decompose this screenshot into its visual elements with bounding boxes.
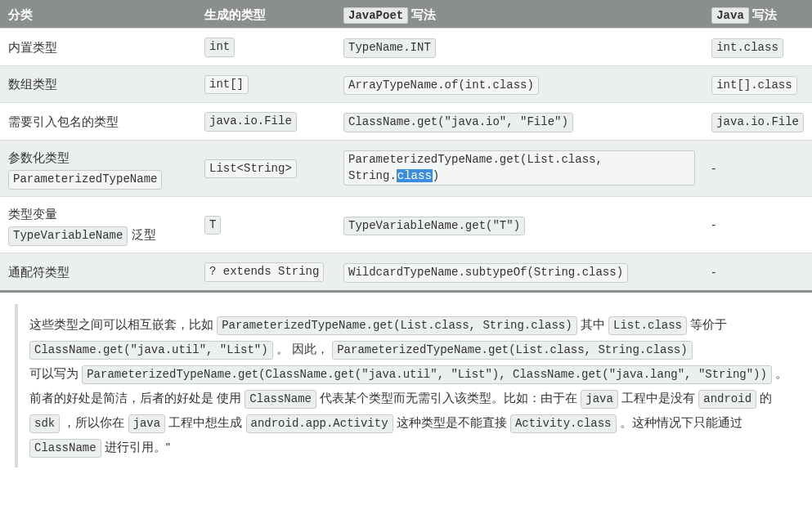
category-text: 内置类型 (8, 40, 57, 54)
category-text: 通配符类型 (8, 265, 70, 279)
table-row: 通配符类型? extends StringWildcardTypeName.su… (0, 253, 812, 291)
types-table: 分类 生成的类型 JavaPoet 写法 Java 写法 内置类型intType… (0, 0, 812, 293)
header-java-suffix: 写法 (752, 7, 777, 21)
table-row: 需要引入包名的类型java.io.FileClassName.get("java… (0, 103, 812, 141)
category-suffix: 泛型 (128, 227, 155, 241)
cell-javapoet: TypeVariableName.get("T") (335, 196, 703, 253)
javapoet-code: WildcardTypeName.subtypeOf(String.class) (343, 263, 628, 283)
cell-category: 参数化类型ParameterizedTypeName (0, 140, 196, 196)
generated-code: int (204, 38, 235, 57)
cell-java: java.io.File (703, 103, 812, 141)
cell-java: - (703, 253, 812, 291)
table-row: 内置类型intTypeName.INTint.class (0, 29, 812, 66)
note-text: 工程中是没有 (621, 391, 698, 405)
cell-generated: T (196, 196, 335, 253)
table-row: 数组类型int[]ArrayTypeName.of(int.class)int[… (0, 65, 812, 103)
note-text: 代表某个类型而无需引入该类型。比如：由于在 (320, 391, 581, 405)
category-code: TypeVariableName (8, 226, 128, 246)
generated-code: List<String> (204, 159, 297, 179)
cell-category: 类型变量TypeVariableName 泛型 (0, 196, 196, 253)
note-text: 等价于 (690, 317, 727, 331)
cell-generated: int (196, 29, 335, 66)
generated-code: ? extends String (204, 262, 324, 282)
note-code: List.class (608, 316, 687, 336)
javapoet-code: ParameterizedTypeName.get(List.class, St… (343, 150, 695, 186)
note-block: 这些类型之间可以相互嵌套，比如 ParameterizedTypeName.ge… (15, 304, 805, 468)
javapoet-code: TypeVariableName.get("T") (343, 217, 525, 236)
cell-category: 内置类型 (0, 29, 196, 66)
java-code: int[].class (711, 76, 796, 96)
note-code: android (698, 390, 756, 409)
generated-code: int[] (204, 75, 249, 95)
cell-generated: List<String> (196, 140, 335, 196)
category-text: 参数化类型 (8, 150, 70, 164)
note-code: sdk (29, 414, 60, 434)
header-generated: 生成的类型 (196, 2, 335, 29)
note-text: 。这种情况下只能通过 (620, 415, 742, 429)
table-header-row: 分类 生成的类型 JavaPoet 写法 Java 写法 (0, 2, 812, 29)
cell-category: 通配符类型 (0, 253, 196, 291)
generated-code: java.io.File (204, 112, 297, 132)
note-text: 这些类型之间可以相互嵌套，比如 (29, 317, 217, 331)
note-text: 。 因此， (276, 342, 329, 356)
category-text: 数组类型 (8, 77, 57, 91)
header-java-code: Java (711, 7, 749, 24)
note-code: ParameterizedTypeName.get(List.class, St… (217, 316, 576, 336)
cell-javapoet: TypeName.INT (335, 29, 703, 66)
note-code: ClassName (29, 439, 101, 459)
note-code: ClassName.get("java.util", "List") (29, 341, 273, 360)
cell-java: - (703, 140, 812, 196)
note-text: 这种类型是不能直接 (397, 415, 510, 429)
note-code: android.app.Activity (246, 414, 393, 434)
cell-javapoet: ClassName.get("java.io", "File") (335, 103, 703, 141)
header-java: Java 写法 (703, 2, 812, 29)
header-javapoet-suffix: 写法 (411, 7, 436, 21)
cell-java: - (703, 196, 812, 253)
note-code: java (581, 390, 618, 409)
note-text: 可以写为 (29, 366, 82, 380)
cell-category: 需要引入包名的类型 (0, 103, 196, 141)
header-javapoet: JavaPoet 写法 (335, 2, 703, 29)
category-text: 需要引入包名的类型 (8, 114, 119, 128)
header-javapoet-code: JavaPoet (343, 7, 408, 24)
note-text: 工程中想生成 (168, 415, 245, 429)
note-text: 其中 (581, 317, 608, 331)
category-text: 类型变量 (8, 207, 57, 221)
cell-generated: java.io.File (196, 103, 335, 141)
table-row: 类型变量TypeVariableName 泛型TTypeVariableName… (0, 196, 812, 253)
category-code: ParameterizedTypeName (8, 170, 162, 190)
javapoet-code: ClassName.get("java.io", "File") (343, 113, 573, 132)
java-code: int.class (711, 38, 783, 58)
java-code: java.io.File (711, 113, 804, 132)
note-code: ClassName (244, 390, 316, 409)
note-code: java (128, 414, 166, 434)
highlighted-text: class (397, 169, 433, 182)
cell-javapoet: ArrayTypeName.of(int.class) (335, 65, 703, 103)
generated-code: T (204, 216, 221, 235)
javapoet-code: ArrayTypeName.of(int.class) (343, 76, 539, 96)
javapoet-code: TypeName.INT (343, 38, 436, 58)
note-code: Activity.class (510, 414, 617, 434)
note-text: ，所以你在 (63, 415, 128, 429)
cell-java: int.class (703, 29, 812, 66)
note-code: ParameterizedTypeName.get(List.class, St… (332, 341, 692, 360)
cell-java: int[].class (703, 65, 812, 103)
cell-javapoet: ParameterizedTypeName.get(List.class, St… (335, 140, 703, 196)
cell-generated: int[] (196, 65, 335, 103)
table-row: 参数化类型ParameterizedTypeNameList<String>Pa… (0, 140, 812, 196)
note-code: ParameterizedTypeName.get(ClassName.get(… (82, 365, 772, 385)
note-text: 进行引用。" (105, 440, 170, 454)
cell-generated: ? extends String (196, 253, 335, 291)
cell-category: 数组类型 (0, 65, 196, 103)
header-category: 分类 (0, 2, 196, 29)
note-text: 的 (760, 391, 772, 405)
cell-javapoet: WildcardTypeName.subtypeOf(String.class) (335, 253, 703, 291)
